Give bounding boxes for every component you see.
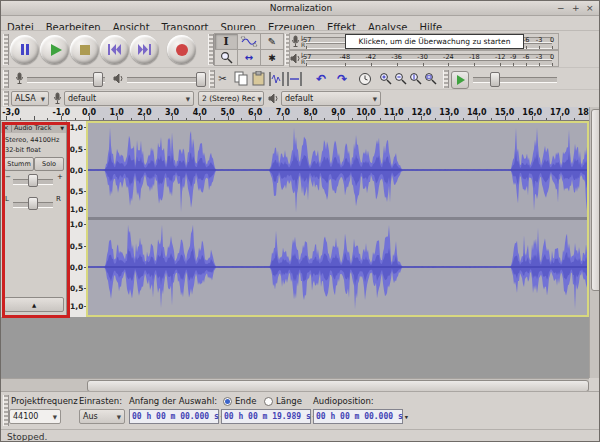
solo-button[interactable]: Solo bbox=[34, 157, 64, 171]
title-bar[interactable]: Normalization − + × bbox=[1, 1, 600, 16]
play-speed-thumb[interactable] bbox=[490, 72, 500, 87]
window-title: Normalization bbox=[270, 3, 333, 13]
length-radio-label[interactable]: Länge bbox=[276, 396, 302, 406]
amplitude-label: -0,5 bbox=[67, 284, 83, 293]
ruler-label: 16,0 bbox=[522, 108, 542, 117]
snap-select[interactable]: Aus▼ bbox=[79, 409, 125, 424]
ruler-tick bbox=[269, 118, 270, 120]
amplitude-ruler[interactable]: 1,00,50,0-0,5-1,01,00,50,0-0,5-1,0 bbox=[67, 121, 87, 317]
ruler-tick bbox=[352, 118, 353, 120]
sync-lock-button[interactable] bbox=[356, 69, 373, 88]
snap-label: Einrasten: bbox=[79, 396, 122, 406]
minimize-icon[interactable]: − bbox=[557, 3, 565, 13]
selection-start-field[interactable]: 00 h 00 m 00.000 s▼ bbox=[129, 409, 219, 424]
envelope-tool[interactable] bbox=[237, 33, 261, 50]
zoom-out-button[interactable] bbox=[393, 69, 408, 88]
selection-end-field[interactable]: 00 h 00 m 19.989 s▼ bbox=[221, 409, 311, 424]
clipboard-icon bbox=[252, 71, 265, 86]
meter-scale-label: -3 bbox=[536, 36, 542, 44]
pan-slider-thumb[interactable] bbox=[28, 197, 38, 210]
end-radio-label[interactable]: Ende bbox=[235, 396, 256, 406]
gain-slider-thumb[interactable] bbox=[28, 174, 38, 187]
track-view[interactable] bbox=[86, 121, 589, 317]
zoom-in-button[interactable] bbox=[378, 69, 393, 88]
status-text: Stopped. bbox=[7, 432, 47, 442]
meter-scale-label: -6 bbox=[523, 53, 529, 61]
meter-scale-tick bbox=[539, 63, 540, 66]
ruler-tick bbox=[518, 118, 519, 120]
record-button[interactable] bbox=[167, 35, 196, 64]
mixer-grip[interactable] bbox=[3, 70, 9, 88]
zoom-fit-button[interactable] bbox=[423, 69, 438, 88]
device-grip[interactable] bbox=[3, 91, 9, 106]
ruler-label: 17,0 bbox=[550, 108, 570, 117]
ruler-tick bbox=[75, 118, 76, 120]
time-shift-tool[interactable]: ↔ bbox=[237, 49, 261, 66]
envelope-icon bbox=[240, 36, 258, 47]
waveform-left-channel[interactable] bbox=[88, 123, 587, 217]
multi-tool[interactable]: ✱ bbox=[260, 49, 284, 66]
amplitude-label: 0,0 bbox=[67, 166, 83, 175]
audio-position-field[interactable]: 00 h 00 m 00.000 s▼ bbox=[313, 409, 403, 424]
ruler-tick bbox=[214, 118, 215, 120]
ruler-tick bbox=[435, 118, 436, 120]
end-radio[interactable] bbox=[223, 397, 232, 406]
copy-button[interactable] bbox=[232, 69, 249, 88]
meter-scale-tick bbox=[552, 63, 553, 66]
maximize-icon[interactable]: + bbox=[572, 3, 580, 13]
stop-button[interactable] bbox=[70, 35, 99, 64]
ruler-label: 4,0 bbox=[193, 108, 207, 117]
audio-host-select[interactable]: ALSA▼ bbox=[11, 91, 49, 106]
record-channels-select[interactable]: 2 (Stereo) Rec▼ bbox=[198, 91, 264, 106]
output-volume-thumb[interactable] bbox=[196, 72, 206, 87]
redo-button[interactable]: ↷ bbox=[332, 69, 352, 88]
status-bar: Stopped. bbox=[1, 429, 600, 442]
gain-min-label: − bbox=[5, 173, 11, 181]
trim-button[interactable] bbox=[268, 69, 285, 88]
timeline-ruler[interactable]: -3,0-1,00,01,02,03,04,05,06,07,08,09,010… bbox=[1, 107, 589, 121]
clock-icon bbox=[358, 72, 372, 86]
play-speed-slider[interactable] bbox=[473, 77, 557, 83]
rate-select[interactable]: 44100▼ bbox=[9, 409, 61, 424]
zoom-selection-button[interactable] bbox=[408, 69, 423, 88]
empty-track-area[interactable] bbox=[1, 317, 589, 378]
length-radio[interactable] bbox=[264, 397, 273, 406]
selection-tool[interactable]: I bbox=[214, 33, 238, 50]
play-icon bbox=[51, 44, 62, 56]
undo-button[interactable]: ↶ bbox=[311, 69, 331, 88]
monitoring-tooltip[interactable]: Klicken, um die Überwachung zu starten bbox=[345, 34, 524, 49]
play-button[interactable] bbox=[40, 35, 69, 64]
draw-tool[interactable]: ✎ bbox=[260, 33, 284, 50]
output-volume-slider[interactable] bbox=[127, 77, 205, 83]
collapse-track-button[interactable]: ▲ bbox=[4, 297, 64, 312]
mute-button[interactable]: Stumm bbox=[4, 157, 34, 171]
vertical-scrollbar[interactable] bbox=[589, 107, 600, 378]
zoom-tool[interactable] bbox=[214, 49, 238, 66]
playback-meter[interactable]: L R -57-48-42-36-30-24-18-12-9-6-30 bbox=[289, 50, 559, 67]
close-icon[interactable]: × bbox=[586, 3, 594, 13]
vertical-scrollbar-thumb[interactable] bbox=[591, 109, 600, 291]
toolbar-grip[interactable] bbox=[3, 34, 9, 65]
track-info-depth: 32-bit float bbox=[5, 146, 41, 154]
horizontal-scrollbar[interactable] bbox=[1, 378, 589, 391]
skip-start-button[interactable] bbox=[100, 35, 129, 64]
pause-button[interactable] bbox=[10, 35, 39, 64]
track-close-icon[interactable]: × bbox=[1, 124, 12, 132]
waveform-right-channel[interactable] bbox=[88, 220, 587, 314]
pause-icon bbox=[21, 44, 29, 55]
output-device-select[interactable]: default▼ bbox=[281, 91, 381, 106]
meter-scale-label: -12 bbox=[495, 53, 506, 61]
paste-button[interactable] bbox=[250, 69, 267, 88]
silence-button[interactable] bbox=[286, 69, 303, 88]
input-device-select[interactable]: default▼ bbox=[64, 91, 194, 106]
skip-end-button[interactable] bbox=[130, 35, 159, 64]
play-at-speed-button[interactable] bbox=[451, 71, 469, 89]
trans-grip[interactable] bbox=[443, 70, 449, 88]
meter-scale-tick bbox=[423, 63, 424, 66]
track-menu-icon[interactable]: ▼ bbox=[60, 125, 66, 131]
input-volume-thumb[interactable] bbox=[93, 72, 103, 87]
track-header[interactable]: × Audio Track ▼ bbox=[1, 122, 66, 133]
amplitude-label: 1,0 bbox=[67, 123, 83, 132]
cut-button[interactable]: ✂ bbox=[214, 69, 231, 88]
record-meter[interactable]: L R Klicken, um die Überwachung zu start… bbox=[289, 33, 559, 50]
